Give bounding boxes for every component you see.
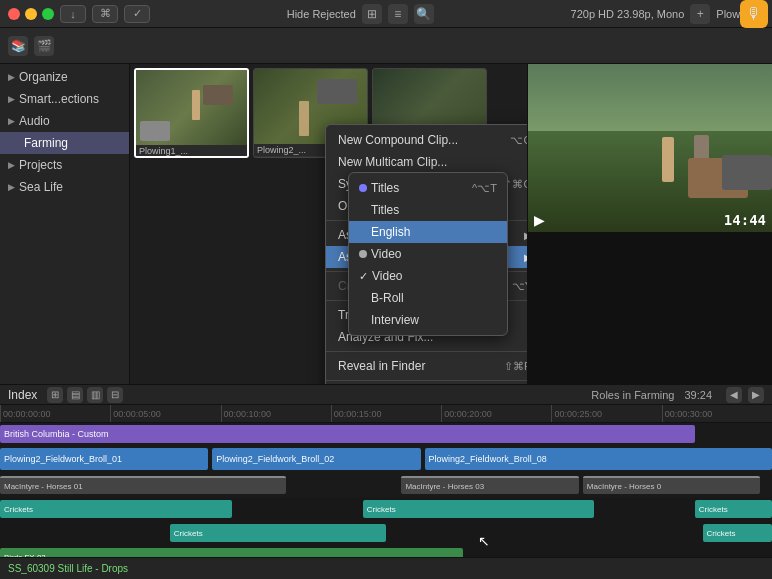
sidebar-item-projects[interactable]: ▶ Projects — [0, 154, 129, 176]
video-clip-3[interactable]: Plowing2_Fieldwork_Broll_08 — [425, 448, 772, 470]
back-button[interactable]: ↓ — [60, 5, 86, 23]
grid-icon[interactable]: ⊞ — [362, 4, 382, 24]
sidebar-item-farming[interactable]: Farming — [0, 132, 129, 154]
play-icon[interactable]: ▶ — [534, 212, 545, 228]
sub-item-titles-dot[interactable]: Titles ^⌥T — [349, 177, 507, 199]
horses-clip-1[interactable]: MacIntyre - Horses 01 — [0, 476, 286, 494]
title-track-content: British Columbia - Custom — [0, 423, 772, 445]
titles-dot-icon — [359, 184, 367, 192]
sidebar-label-sea-life: Sea Life — [19, 180, 63, 194]
video-clip-1[interactable]: Plowing2_Fieldwork_Broll_01 — [0, 448, 208, 470]
ctx-new-multicam-clip[interactable]: New Multicam Clip... — [326, 151, 527, 173]
crickets-clip-2[interactable]: Crickets — [363, 500, 595, 518]
timeline-btn-3[interactable]: ▥ — [87, 387, 103, 403]
key-button[interactable]: ⌘ — [92, 5, 118, 23]
video-clip-2[interactable]: Plowing2_Fieldwork_Broll_02 — [212, 448, 420, 470]
chevron-icon3: ▶ — [8, 116, 15, 126]
close-button[interactable] — [8, 8, 20, 20]
timeline-nav-left[interactable]: ◀ — [726, 387, 742, 403]
horses-clip-2[interactable]: MacIntyre - Horses 03 — [401, 476, 579, 494]
crickets-track-1-content: Crickets Crickets Crickets — [0, 497, 772, 521]
library-icon[interactable]: 📚 — [8, 36, 28, 56]
ruler-tick-2: 00:00:10:00 — [221, 405, 331, 422]
crickets-track-2: Crickets Crickets — [0, 521, 772, 545]
ctx-label-new-compound: New Compound Clip... — [338, 133, 458, 147]
video-dot-icon — [359, 250, 367, 258]
ruler-tick-0: 00:00:00:00 — [0, 405, 110, 422]
fullscreen-button[interactable] — [42, 8, 54, 20]
main-content: ▶ Organize ▶ Smart...ections ▶ Audio Far… — [0, 64, 772, 384]
ruler-tick-6: 00:00:30:00 — [662, 405, 772, 422]
chevron-icon4: ▶ — [8, 160, 15, 170]
check-button[interactable]: ✓ — [124, 5, 150, 23]
add-icon[interactable]: + — [690, 4, 710, 24]
sub-shortcut-titles: ^⌥T — [472, 182, 497, 195]
timeline-roles-label: Roles in Farming — [591, 389, 674, 401]
audio-track-1-content: MacIntyre - Horses 01 MacIntyre - Horses… — [0, 473, 772, 497]
timeline-btn-2[interactable]: ▤ — [67, 387, 83, 403]
video-track-content: Plowing2_Fieldwork_Broll_01 Plowing2_Fie… — [0, 445, 772, 473]
sub-item-b-roll[interactable]: B-Roll — [349, 287, 507, 309]
title-clip[interactable]: British Columbia - Custom — [0, 425, 695, 443]
sub-label-english: English — [371, 225, 410, 239]
ctx-label-multicam: New Multicam Clip... — [338, 155, 447, 169]
ctx-shortcut-reveal: ⇧⌘R — [504, 360, 527, 373]
timeline-nav-right[interactable]: ▶ — [748, 387, 764, 403]
ctx-reveal-in-finder[interactable]: Reveal in Finder ⇧⌘R — [326, 355, 527, 377]
hide-rejected-label[interactable]: Hide Rejected — [287, 8, 356, 20]
sub-item-video-dot[interactable]: Video — [349, 243, 507, 265]
video-roles-submenu: Titles ^⌥T Titles English Video — [348, 172, 508, 336]
ruler-marks: 00:00:00:00 00:00:05:00 00:00:10:00 00:0… — [0, 405, 772, 422]
clip-browser: Plowing1_... Plowing2_... New Compound C… — [130, 64, 527, 384]
chevron-icon2: ▶ — [8, 94, 15, 104]
sub-label-interview: Interview — [371, 313, 419, 327]
minimize-button[interactable] — [25, 8, 37, 20]
clip-item-1[interactable]: Plowing1_... — [134, 68, 249, 158]
timeline: Index ⊞ ▤ ▥ ⊟ Roles in Farming 39:24 ◀ ▶… — [0, 384, 772, 579]
audio-track-1: MacIntyre - Horses 01 MacIntyre - Horses… — [0, 473, 772, 497]
timeline-btn-4[interactable]: ⊟ — [107, 387, 123, 403]
sidebar-item-sea-life[interactable]: ▶ Sea Life — [0, 176, 129, 198]
sub-label-titles: Titles — [371, 203, 399, 217]
crickets-clip-3[interactable]: Crickets — [695, 500, 772, 518]
sidebar: ▶ Organize ▶ Smart...ections ▶ Audio Far… — [0, 64, 130, 384]
list-icon[interactable]: ≡ — [388, 4, 408, 24]
main-toolbar: 📚 🎬 — [0, 28, 772, 64]
timeline-btn-1[interactable]: ⊞ — [47, 387, 63, 403]
sub-item-english[interactable]: English — [349, 221, 507, 243]
app-icon: 🎙 — [740, 0, 768, 28]
timeline-index-label: Index — [8, 388, 37, 402]
crickets-track-1: Crickets Crickets Crickets — [0, 497, 772, 521]
sidebar-label-smart: Smart...ections — [19, 92, 99, 106]
chevron-icon5: ▶ — [8, 182, 15, 192]
crickets-clip-1[interactable]: Crickets — [0, 500, 232, 518]
sidebar-label-projects: Projects — [19, 158, 62, 172]
clip-icon[interactable]: 🎬 — [34, 36, 54, 56]
search-icon[interactable]: 🔍 — [414, 4, 434, 24]
sidebar-item-audio[interactable]: ▶ Audio — [0, 110, 129, 132]
sub-item-video-check[interactable]: ✓ Video — [349, 265, 507, 287]
video-track: Plowing2_Fieldwork_Broll_01 Plowing2_Fie… — [0, 445, 772, 473]
ctx-new-compound-clip[interactable]: New Compound Clip... ⌥G — [326, 129, 527, 151]
crickets-clip-5[interactable]: Crickets — [703, 524, 772, 542]
crickets-clip-4[interactable]: Crickets — [170, 524, 386, 542]
bottom-label: SS_60309 Still Life - Drops — [8, 563, 128, 574]
clip-label-1: Plowing1_... — [136, 145, 247, 157]
timeline-header: Index ⊞ ▤ ▥ ⊟ Roles in Farming 39:24 ◀ ▶ — [0, 385, 772, 405]
ctx-arrow-video: ▶ — [524, 252, 527, 263]
sidebar-section: ▶ Organize ▶ Smart...ections ▶ Audio Far… — [0, 64, 129, 200]
sub-item-interview[interactable]: Interview — [349, 309, 507, 331]
sidebar-item-smart-collections[interactable]: ▶ Smart...ections — [0, 88, 129, 110]
sidebar-item-organize[interactable]: ▶ Organize — [0, 66, 129, 88]
ctx-shortcut-new-compound: ⌥G — [510, 134, 527, 147]
ruler-tick-1: 00:00:05:00 — [110, 405, 220, 422]
title-track: British Columbia - Custom — [0, 423, 772, 445]
timeline-duration: 39:24 — [684, 389, 712, 401]
sub-item-titles[interactable]: Titles — [349, 199, 507, 221]
scene-sky — [528, 64, 772, 131]
ctx-separator-5 — [326, 380, 527, 381]
ctx-arrow-audio: ▶ — [524, 230, 527, 241]
ruler-tick-4: 00:00:20:00 — [441, 405, 551, 422]
horses-clip-3[interactable]: MacIntyre - Horses 0 — [583, 476, 761, 494]
sub-label-b-roll: B-Roll — [371, 291, 404, 305]
